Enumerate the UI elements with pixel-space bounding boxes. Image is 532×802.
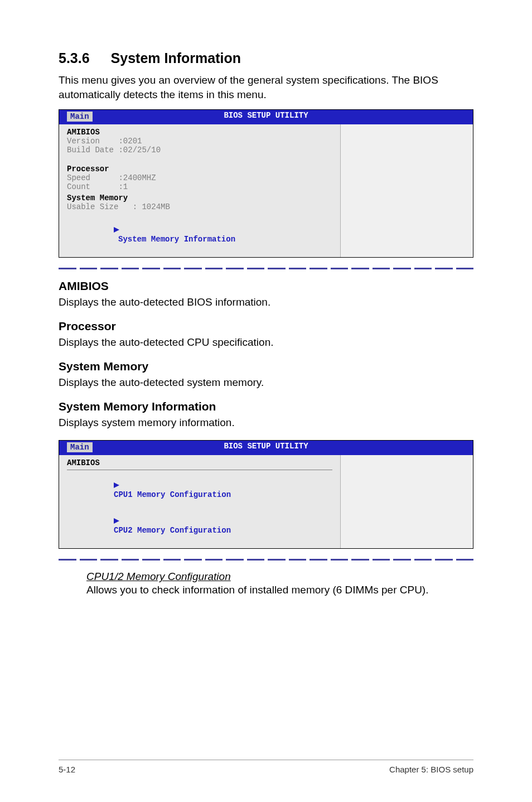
bios-panel-memory-config: BIOS SETUP UTILITY Main AMIBIOS CPU1 Mem… xyxy=(59,440,473,549)
cpu1-memory-config-label: CPU1 Memory Configuration xyxy=(114,490,231,499)
system-memory-heading: System Memory xyxy=(59,360,473,373)
bios-right-pane xyxy=(341,124,473,257)
cpu-memory-config-desc: Allows you to check information of insta… xyxy=(86,584,473,596)
bios-right-pane-2 xyxy=(341,455,473,548)
section-intro: This menu gives you an overview of the g… xyxy=(59,73,473,102)
bios-panel-system-info: BIOS SETUP UTILITY Main AMIBIOS Version … xyxy=(59,109,473,258)
bios-body: AMIBIOS Version :0201 Build Date :02/25/… xyxy=(59,124,473,257)
processor-label: Processor xyxy=(67,165,332,173)
amibios-version-row: Version :0201 xyxy=(67,137,332,146)
amibios-heading: AMIBIOS xyxy=(59,279,473,293)
bios-left-pane-2: AMIBIOS CPU1 Memory Configuration CPU2 M… xyxy=(59,455,341,548)
system-memory-info-desc: Displays system memory information. xyxy=(59,417,473,429)
bios-header: BIOS SETUP UTILITY Main xyxy=(59,110,473,124)
bios-utility-title-2: BIOS SETUP UTILITY xyxy=(224,442,308,451)
usable-label: Usable Size xyxy=(67,202,118,211)
system-memory-desc: Displays the auto-detected system memory… xyxy=(59,376,473,389)
section-name: System Information xyxy=(111,50,241,66)
amibios-build-row: Build Date :02/25/10 xyxy=(67,146,332,154)
count-value: :1 xyxy=(118,182,128,191)
divider-icon xyxy=(67,470,332,470)
system-memory-label: System Memory xyxy=(67,194,332,202)
bios-body-2: AMIBIOS CPU1 Memory Configuration CPU2 M… xyxy=(59,455,473,548)
svg-marker-2 xyxy=(114,518,119,524)
system-memory-info-heading: System Memory Information xyxy=(59,400,473,413)
processor-speed-row: Speed :2400MHZ xyxy=(67,173,332,182)
shadow-divider xyxy=(59,268,473,269)
section-title: 5.3.6System Information xyxy=(59,50,473,66)
cpu1-memory-config-link[interactable]: CPU1 Memory Configuration xyxy=(67,472,332,508)
usable-size-row: Usable Size : 1024MB xyxy=(67,202,332,211)
chapter-label: Chapter 5: BIOS setup xyxy=(389,765,473,774)
usable-value: : 1024MB xyxy=(133,202,170,211)
amibios-label: AMIBIOS xyxy=(67,128,332,137)
count-label: Count xyxy=(67,182,90,191)
cpu2-memory-config-label: CPU2 Memory Configuration xyxy=(114,526,231,535)
cpu2-memory-config-link[interactable]: CPU2 Memory Configuration xyxy=(67,508,332,544)
amibios-label-2: AMIBIOS xyxy=(67,458,332,467)
svg-marker-0 xyxy=(114,227,119,233)
build-value: :02/25/10 xyxy=(118,146,161,154)
bios-utility-title: BIOS SETUP UTILITY xyxy=(224,111,308,120)
speed-label: Speed xyxy=(67,173,90,182)
bios-left-pane: AMIBIOS Version :0201 Build Date :02/25/… xyxy=(59,124,341,257)
cpu-memory-config-link: CPU1/2 Memory Configuration xyxy=(86,571,473,583)
triangle-right-icon xyxy=(114,482,119,488)
processor-count-row: Count :1 xyxy=(67,182,332,191)
triangle-right-icon xyxy=(114,518,119,524)
bios-header-2: BIOS SETUP UTILITY Main xyxy=(59,441,473,455)
processor-desc: Displays the auto-detected CPU specifica… xyxy=(59,336,473,349)
system-memory-info-label: System Memory Information xyxy=(118,235,235,244)
bios-tab-main[interactable]: Main xyxy=(67,112,93,122)
triangle-right-icon xyxy=(114,227,119,233)
processor-heading: Processor xyxy=(59,320,473,333)
version-value: :0201 xyxy=(118,137,142,146)
speed-value: :2400MHZ xyxy=(118,173,156,182)
svg-marker-1 xyxy=(114,482,119,488)
amibios-desc: Displays the auto-detected BIOS informat… xyxy=(59,296,473,308)
page-footer: 5-12 Chapter 5: BIOS setup xyxy=(59,760,473,774)
version-label: Version xyxy=(67,137,100,146)
page-number: 5-12 xyxy=(59,765,75,774)
system-memory-info-link[interactable]: System Memory Information xyxy=(67,217,332,253)
bios-tab-main-2[interactable]: Main xyxy=(67,442,93,452)
section-number: 5.3.6 xyxy=(59,50,90,66)
build-label: Build Date xyxy=(67,146,114,154)
shadow-divider-2 xyxy=(59,559,473,561)
